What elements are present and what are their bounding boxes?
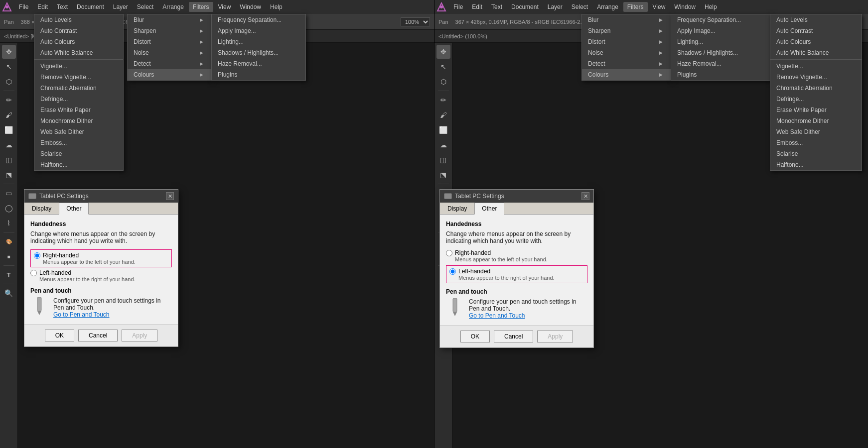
right-menu-layer[interactable]: Layer — [544, 2, 567, 12]
left-dialog-ok[interactable]: OK — [45, 330, 74, 341]
right-ac-mono-dither[interactable]: Monochrome Dither — [770, 115, 862, 126]
right-menu-help[interactable]: Help — [701, 2, 721, 12]
right-menu-select[interactable]: Select — [568, 2, 592, 12]
left-menu-layer[interactable]: Layer — [109, 2, 132, 12]
left-cs-shadows[interactable]: Shadows / Highlights... — [212, 47, 305, 58]
left-ac-halftone[interactable]: Halftone... — [34, 159, 123, 170]
left-menu-filters[interactable]: Filters — [189, 2, 213, 12]
right-cs-plugins[interactable]: Plugins — [671, 69, 770, 80]
right-lefthanded-label[interactable]: Left-handed — [449, 268, 584, 275]
left-ac-emboss[interactable]: Emboss... — [34, 137, 123, 148]
right-tool-brush[interactable]: 🖌 — [436, 108, 450, 122]
tool-select-ellipse[interactable]: ◯ — [2, 201, 16, 215]
tool-select-rect[interactable]: ▭ — [2, 186, 16, 200]
left-dialog-cancel[interactable]: Cancel — [78, 330, 118, 341]
left-cs-apply-image[interactable]: Apply Image... — [212, 25, 305, 36]
tool-color-picker[interactable]: 🎨 — [2, 234, 16, 248]
right-menu-text[interactable]: Text — [487, 2, 506, 12]
right-filter-detect[interactable]: Detect — [582, 58, 671, 69]
right-ac-web-dither[interactable]: Web Safe Dither — [770, 126, 862, 137]
left-filter-sharpen[interactable]: Sharpen — [128, 25, 211, 36]
right-dialog-apply[interactable]: Apply — [537, 331, 573, 342]
tool-crop[interactable]: ⬡ — [2, 75, 16, 89]
right-menu-arrange[interactable]: Arrange — [593, 2, 622, 12]
right-filter-sharpen[interactable]: Sharpen — [582, 25, 671, 36]
right-ac-auto-contrast[interactable]: Auto Contrast — [770, 25, 862, 36]
left-ac-erase-white[interactable]: Erase White Paper — [34, 105, 123, 115]
left-ac-auto-wb[interactable]: Auto White Balance — [34, 47, 123, 58]
left-ac-auto-levels[interactable]: Auto Levels — [34, 14, 123, 25]
left-ac-chromatic[interactable]: Chromatic Aberration — [34, 83, 123, 94]
tool-gradient[interactable]: ◫ — [2, 153, 16, 167]
left-cs-haze[interactable]: Haze Removal... — [212, 58, 305, 69]
tool-lasso[interactable]: ⌇ — [2, 216, 16, 230]
left-filter-noise[interactable]: Noise — [128, 47, 211, 58]
right-filter-noise[interactable]: Noise — [582, 47, 671, 58]
left-menu-view[interactable]: View — [214, 2, 235, 12]
left-cs-lighting[interactable]: Lighting... — [212, 36, 305, 47]
left-lefthanded-radio[interactable] — [30, 270, 37, 276]
left-ac-auto-colours[interactable]: Auto Colours — [34, 36, 123, 47]
right-cs-freq-sep[interactable]: Frequency Separation... — [671, 14, 770, 25]
right-cs-lighting[interactable]: Lighting... — [671, 36, 770, 47]
right-filter-blur[interactable]: Blur — [582, 14, 671, 25]
left-ac-solarise[interactable]: Solarise — [34, 148, 123, 159]
right-menu-window[interactable]: Window — [670, 2, 700, 12]
left-dialog-apply[interactable]: Apply — [122, 330, 157, 341]
right-menu-view[interactable]: View — [649, 2, 670, 12]
right-tool-pan[interactable]: ✥ — [436, 45, 450, 59]
right-ac-erase-white[interactable]: Erase White Paper — [770, 105, 862, 115]
left-ac-mono-dither[interactable]: Monochrome Dither — [34, 115, 123, 126]
left-filter-blur[interactable]: Blur — [128, 14, 211, 25]
right-cs-shadows[interactable]: Shadows / Highlights... — [671, 47, 770, 58]
left-cs-freq-sep[interactable]: Frequency Separation... — [212, 14, 305, 25]
right-tool-crop[interactable]: ⬡ — [436, 75, 450, 89]
right-ac-chromatic[interactable]: Chromatic Aberration — [770, 83, 862, 94]
right-tool-pen[interactable]: ✏ — [436, 93, 450, 107]
right-menu-edit[interactable]: Edit — [468, 2, 486, 12]
left-filter-distort[interactable]: Distort — [128, 36, 211, 47]
right-cs-haze[interactable]: Haze Removal... — [671, 58, 770, 69]
tool-text[interactable]: T — [2, 268, 16, 282]
left-ac-web-dither[interactable]: Web Safe Dither — [34, 126, 123, 137]
left-tab-other[interactable]: Other — [59, 203, 89, 215]
tool-colors[interactable]: ■ — [2, 249, 16, 263]
right-tab-other[interactable]: Other — [474, 203, 504, 215]
right-lefthanded-radio[interactable] — [449, 268, 456, 275]
left-dialog-close[interactable]: ✕ — [166, 192, 174, 200]
right-ac-solarise[interactable]: Solarise — [770, 148, 862, 159]
right-righthanded-radio[interactable] — [446, 250, 452, 256]
tool-arrow[interactable]: ↖ — [2, 60, 16, 74]
left-menu-file[interactable]: File — [15, 2, 32, 12]
left-pen-touch-link[interactable]: Go to Pen and Touch — [53, 311, 172, 318]
left-menu-edit[interactable]: Edit — [33, 2, 52, 12]
right-tool-fill[interactable]: ☁ — [436, 138, 450, 152]
left-menu-document[interactable]: Document — [73, 2, 108, 12]
right-dialog-ok[interactable]: OK — [460, 331, 490, 342]
left-menu-help[interactable]: Help — [266, 2, 287, 12]
left-filter-detect[interactable]: Detect — [128, 58, 211, 69]
right-ac-vignette[interactable]: Vignette... — [770, 61, 862, 72]
right-dialog-close[interactable]: ✕ — [581, 192, 589, 200]
tool-pan[interactable]: ✥ — [2, 45, 16, 59]
left-filter-colours[interactable]: Colours — [128, 69, 211, 80]
left-menu-window[interactable]: Window — [236, 2, 265, 12]
right-menu-document[interactable]: Document — [507, 2, 543, 12]
right-menu-filters[interactable]: Filters — [623, 2, 648, 12]
right-dialog-cancel[interactable]: Cancel — [494, 331, 533, 342]
left-righthanded-radio[interactable] — [34, 252, 40, 259]
tool-zoom[interactable]: 🔍 — [2, 286, 16, 300]
right-tool-gradient[interactable]: ◫ — [436, 153, 450, 167]
right-righthanded-label[interactable]: Right-handed — [446, 249, 587, 256]
left-menu-text[interactable]: Text — [53, 2, 72, 12]
right-filter-colours[interactable]: Colours — [582, 69, 671, 80]
tool-pen[interactable]: ✏ — [2, 93, 16, 107]
right-tool-shape[interactable]: ⬔ — [436, 168, 450, 182]
left-lefthanded-label[interactable]: Left-handed — [30, 269, 172, 276]
left-righthanded-label[interactable]: Right-handed — [34, 252, 168, 259]
left-zoom-select[interactable]: 100%50%200% — [401, 17, 430, 26]
tool-shape[interactable]: ⬔ — [2, 168, 16, 182]
right-ac-auto-wb[interactable]: Auto White Balance — [770, 47, 862, 58]
left-ac-auto-contrast[interactable]: Auto Contrast — [34, 25, 123, 36]
right-tool-erase[interactable]: ⬜ — [436, 123, 450, 137]
